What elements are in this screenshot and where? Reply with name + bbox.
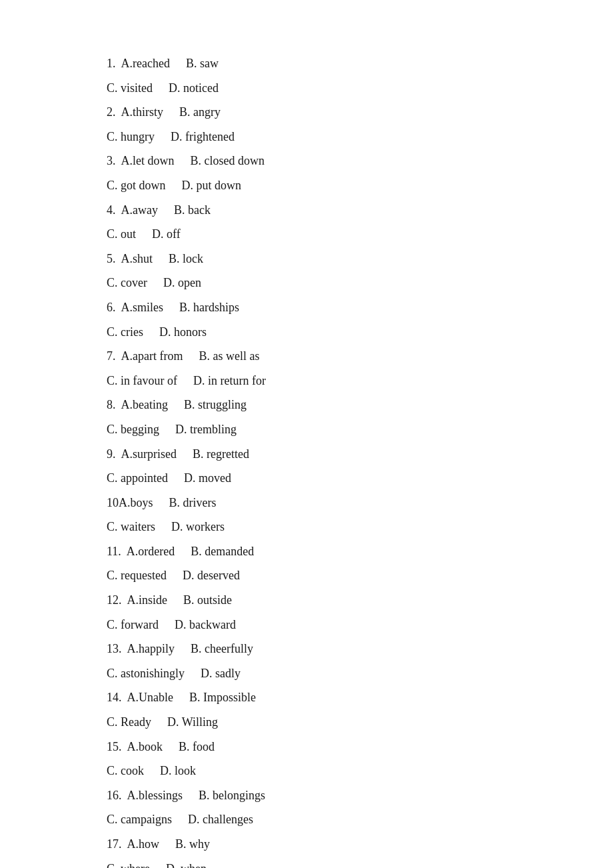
question-5-opt-D: D. open — [163, 273, 201, 293]
question-17-opt-C: C. where — [107, 859, 150, 868]
question-14: 14. A.UnableB. ImpossibleC. ReadyD. Will… — [107, 687, 506, 732]
question-5-opt-B: B. lock — [169, 249, 203, 269]
question-1-opt-D: D. noticed — [169, 78, 219, 99]
question-7-number: 7. A.apart from — [107, 346, 183, 367]
question-4-opt-B: B. back — [174, 200, 211, 221]
question-10-row2: C. waitersD. workers — [107, 517, 506, 537]
question-17-row2: C. whereD. when — [107, 859, 506, 868]
question-6-opt-D: D. honors — [159, 322, 207, 343]
question-2-row2: C. hungryD. frightened — [107, 127, 506, 147]
question-7: 7. A.apart fromB. as well asC. in favour… — [107, 346, 506, 391]
question-11: 11. A.orderedB. demandedC. requestedD. d… — [107, 541, 506, 586]
question-9-number: 9. A.surprised — [107, 444, 177, 465]
question-17-number: 17. A.how — [107, 834, 159, 855]
question-5-row1: 5. A.shutB. lock — [107, 249, 506, 269]
question-4-row2: C. outD. off — [107, 224, 506, 245]
question-12-number: 12. A.inside — [107, 590, 167, 611]
question-3-row1: 3. A.let downB. closed down — [107, 151, 506, 171]
question-9-opt-B: B. regretted — [193, 444, 249, 465]
question-4-opt-C: C. out — [107, 224, 136, 245]
question-11-opt-B: B. demanded — [191, 541, 254, 562]
question-10-opt-B: B. drivers — [169, 493, 217, 513]
question-7-row1: 7. A.apart fromB. as well as — [107, 346, 506, 367]
question-1: 1. A.reachedB. sawC. visitedD. noticed — [107, 53, 506, 98]
question-8-opt-C: C. begging — [107, 419, 159, 440]
question-14-row1: 14. A.UnableB. Impossible — [107, 687, 506, 708]
question-4-row1: 4. A.awayB. back — [107, 200, 506, 221]
question-15-number: 15. A.book — [107, 737, 163, 757]
question-17-opt-D: D. when — [166, 859, 207, 868]
question-7-row2: C. in favour ofD. in return for — [107, 371, 506, 391]
question-13-opt-C: C. astonishingly — [107, 663, 185, 684]
question-4-number: 4. A.away — [107, 200, 158, 221]
question-8-row1: 8. A.beatingB. struggling — [107, 395, 506, 415]
question-8-opt-B: B. struggling — [184, 395, 247, 415]
question-11-opt-D: D. deserved — [183, 565, 240, 586]
question-14-number: 14. A.Unable — [107, 687, 173, 708]
question-6-row2: C. criesD. honors — [107, 322, 506, 343]
question-14-opt-D: D. Willing — [167, 712, 218, 733]
question-1-row1: 1. A.reachedB. saw — [107, 53, 506, 74]
question-6-opt-C: C. cries — [107, 322, 143, 343]
question-11-row1: 11. A.orderedB. demanded — [107, 541, 506, 562]
question-14-row2: C. ReadyD. Willing — [107, 712, 506, 733]
question-8: 8. A.beatingB. strugglingC. beggingD. tr… — [107, 395, 506, 439]
question-15-row1: 15. A.bookB. food — [107, 737, 506, 757]
question-16-opt-D: D. challenges — [188, 809, 253, 830]
question-8-opt-D: D. trembling — [175, 419, 237, 440]
question-1-opt-B: B. saw — [186, 53, 219, 74]
question-12-row1: 12. A.insideB. outside — [107, 590, 506, 611]
question-3-opt-D: D. put down — [182, 175, 242, 196]
question-15-opt-C: C. cook — [107, 761, 144, 781]
question-16-opt-B: B. belongings — [199, 785, 265, 806]
question-16-row2: C. campaignsD. challenges — [107, 809, 506, 830]
question-5-number: 5. A.shut — [107, 249, 153, 269]
question-5-row2: C. coverD. open — [107, 273, 506, 293]
question-2-opt-B: B. angry — [179, 102, 221, 123]
question-1-number: 1. A.reached — [107, 53, 170, 74]
question-3: 3. A.let downB. closed downC. got downD.… — [107, 151, 506, 195]
question-13-number: 13. A.happily — [107, 639, 175, 659]
question-12-opt-C: C. forward — [107, 615, 159, 635]
main-content: 1. A.reachedB. sawC. visitedD. noticed2.… — [0, 0, 613, 868]
question-13-opt-D: D. sadly — [201, 663, 241, 684]
question-2: 2. A.thirstyB. angryC. hungryD. frighten… — [107, 102, 506, 147]
question-17-opt-B: B. why — [175, 834, 210, 855]
question-4-opt-D: D. off — [152, 224, 181, 245]
question-10-opt-C: C. waiters — [107, 517, 155, 537]
question-6: 6. A.smilesB. hardshipsC. criesD. honors — [107, 297, 506, 342]
question-17: 17. A.howB. whyC. whereD. when — [107, 834, 506, 868]
question-16-row1: 16. A.blessingsB. belongings — [107, 785, 506, 806]
question-5: 5. A.shutB. lockC. coverD. open — [107, 249, 506, 293]
question-9-row2: C. appointedD. moved — [107, 468, 506, 489]
question-3-number: 3. A.let down — [107, 151, 175, 171]
question-10: 10A.boysB. driversC. waitersD. workers — [107, 493, 506, 537]
question-15: 15. A.bookB. foodC. cookD. look — [107, 737, 506, 781]
question-10-opt-D: D. workers — [171, 517, 225, 537]
question-9-opt-D: D. moved — [184, 468, 231, 489]
question-13-row1: 13. A.happilyB. cheerfully — [107, 639, 506, 659]
question-6-row1: 6. A.smilesB. hardships — [107, 297, 506, 318]
question-9-row1: 9. A.surprisedB. regretted — [107, 444, 506, 465]
question-15-row2: C. cookD. look — [107, 761, 506, 781]
question-10-row1: 10A.boysB. drivers — [107, 493, 506, 513]
question-7-opt-B: B. as well as — [199, 346, 259, 367]
question-13: 13. A.happilyB. cheerfullyC. astonishing… — [107, 639, 506, 683]
question-2-opt-D: D. frightened — [171, 127, 235, 147]
question-13-row2: C. astonishinglyD. sadly — [107, 663, 506, 684]
question-11-number: 11. A.ordered — [107, 541, 175, 562]
question-4: 4. A.awayB. backC. outD. off — [107, 200, 506, 245]
question-6-opt-B: B. hardships — [179, 297, 239, 318]
question-10-number: 10A.boys — [107, 493, 153, 513]
question-12-opt-B: B. outside — [183, 590, 232, 611]
question-13-opt-B: B. cheerfully — [191, 639, 253, 659]
question-15-opt-B: B. food — [179, 737, 215, 757]
question-16: 16. A.blessingsB. belongingsC. campaigns… — [107, 785, 506, 830]
question-14-opt-C: C. Ready — [107, 712, 151, 733]
question-2-opt-C: C. hungry — [107, 127, 155, 147]
question-12-opt-D: D. backward — [175, 615, 236, 635]
question-2-row1: 2. A.thirstyB. angry — [107, 102, 506, 123]
question-7-opt-D: D. in return for — [193, 371, 266, 391]
question-12-row2: C. forwardD. backward — [107, 615, 506, 635]
question-3-row2: C. got downD. put down — [107, 175, 506, 196]
